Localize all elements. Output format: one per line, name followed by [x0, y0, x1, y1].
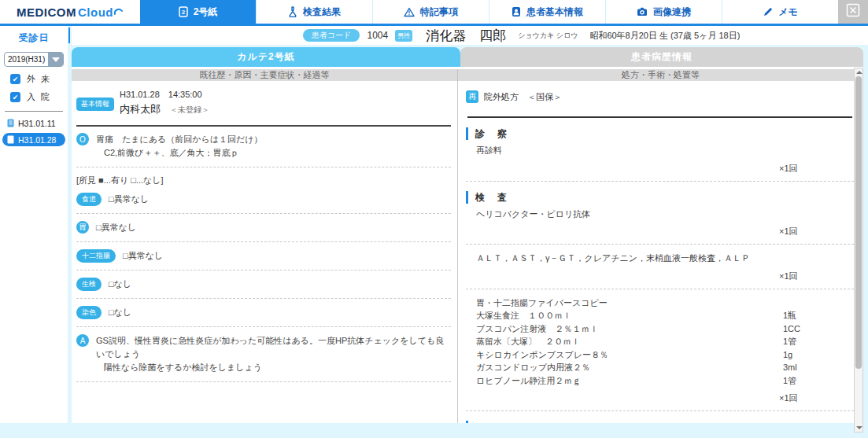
dashed-divider: [76, 381, 451, 382]
dashed-divider: [466, 181, 854, 182]
filter-inpatient[interactable]: ✔入 院: [10, 91, 68, 103]
rx-item-qty: 1管: [783, 335, 854, 348]
scrollbar-thumb[interactable]: [855, 76, 862, 369]
nav-tab-label: 2号紙: [194, 6, 218, 19]
document-2-icon: 2: [179, 6, 188, 17]
soap-badge: 染色: [76, 306, 102, 319]
soap-row: 食道□異常なし: [76, 193, 452, 206]
entry-separator: [76, 125, 451, 127]
screen: MEDICOM Cloud 22号紙検査結果特記事項患者基本情報画像連携メモ 受…: [0, 0, 868, 438]
rx-item-qty: 1管: [783, 374, 854, 388]
nav-tab-gazou[interactable]: 画像連携: [605, 0, 722, 24]
dashed-divider: [466, 410, 854, 411]
entry-header: 基本情報 H31.01.28 14:35:00 内科太郎＜未登録＞: [75, 86, 452, 122]
patient-code-badge: 患者コード: [303, 29, 360, 42]
cloud-swoosh-icon: [114, 6, 124, 19]
chart-panel: 既往歴・原因・主要症状・経過等 処方・手術・処置等 基本情報 H31.01.28…: [72, 67, 863, 423]
dashed-divider: [466, 289, 854, 289]
visit-type-filters: ✔外 来✔入 院: [0, 73, 68, 103]
patient-code: 1004: [367, 30, 388, 41]
patient-birthdate: 昭和60年8月20日 生 (37歳 5ヶ月 18日): [589, 30, 740, 42]
nav-tab-label: 画像連携: [653, 6, 691, 19]
rx-section-title: コ メ ン ト: [466, 421, 854, 423]
soap-badge: 食道: [76, 193, 102, 206]
soap-row: 胃□異常なし: [76, 221, 452, 234]
rx-item-name: 蒸留水〔大塚〕 ２０ｍｌ: [476, 335, 783, 348]
visit-date-item[interactable]: H31.01.28: [2, 133, 65, 146]
nav-tab-memo[interactable]: メモ: [722, 0, 838, 24]
rx-item-qty: [783, 252, 854, 265]
nav-tab-kensa[interactable]: 検査結果: [256, 0, 372, 24]
nav-tab-kihon[interactable]: 患者基本情報: [489, 0, 605, 24]
soap-line: □異常なし: [96, 221, 136, 234]
rx-separator: [467, 116, 852, 118]
warning-icon: [404, 7, 415, 17]
soap-line: □異常なし: [123, 249, 163, 263]
checkbox-checked-icon[interactable]: ✔: [10, 74, 20, 84]
dashed-divider: [76, 326, 451, 327]
checkbox-checked-icon[interactable]: ✔: [10, 92, 20, 102]
rx-item-qty: 1CC: [783, 322, 854, 336]
rx-item-qty: [783, 296, 854, 310]
sidebar-accent-line: [68, 28, 70, 43]
logo-cloud-text: Cloud: [78, 6, 113, 19]
close-button[interactable]: [838, 0, 868, 24]
rx-item: 胃・十二指腸ファイバースコピー: [466, 296, 854, 310]
nav-tab-tokki[interactable]: 特記事項: [372, 0, 489, 24]
findings-legend: [所見 ■...有り □...なし]: [76, 175, 452, 186]
year-select[interactable]: 2019(H31): [4, 52, 64, 67]
soap-badge: 胃: [76, 221, 89, 234]
year-select-value: 2019(H31): [5, 55, 48, 64]
rx-item: 蒸留水〔大塚〕 ２０ｍｌ1管: [466, 335, 854, 348]
prescription-column: 再 院外処方 ＜国保＞ 診 察再診料×1回検 査ヘリコバクター・ピロリ抗体×1回…: [458, 81, 863, 423]
nav-tab-nishi[interactable]: 22号紙: [140, 0, 256, 24]
visit-date-sidebar: 受診日 2019(H31) ✔外 来✔入 院 H31.01.11H31.01.2…: [0, 26, 68, 423]
soap-line: □異常なし: [109, 193, 149, 206]
visit-date-label: H31.01.11: [18, 119, 56, 128]
entry-doctor: 内科太郎: [120, 103, 161, 115]
soap-list: O胃痛 たまにある（前回からは１回だけ）C2,前微び＋＋、底／角大；胃底ｐ[所見…: [75, 133, 452, 382]
nav-tab-label: 特記事項: [420, 6, 458, 19]
tab-karte-2gou[interactable]: カルテ2号紙: [72, 47, 460, 67]
app-logo: MEDICOM Cloud: [0, 0, 140, 24]
rx-item: ブスコパン注射液 ２％１ｍｌ1CC: [466, 322, 854, 336]
visit-date-item[interactable]: H31.01.11: [2, 116, 65, 130]
sidebar-title: 受診日: [0, 26, 68, 45]
soap-badge: 生検: [76, 278, 102, 291]
rx-title: 院外処方 ＜国保＞: [484, 91, 562, 103]
filter-outpatient[interactable]: ✔外 来: [10, 73, 68, 85]
soap-line: □なし: [109, 278, 131, 291]
chart-tabs: カルテ2号紙患者病歴情報: [72, 47, 863, 67]
repeat-badge: 再: [466, 90, 478, 103]
soap-line: GS説明、慢性胃炎に急性炎症が加わった可能性はある。一度HP抗体チェックをしても…: [96, 334, 452, 361]
soap-row: 十二指腸□異常なし: [76, 249, 452, 263]
soap-text: 胃痛 たまにある（前回からは１回だけ）C2,前微び＋＋、底／角大；胃底ｐ: [96, 133, 263, 160]
soap-text: □なし: [109, 278, 131, 291]
filter-label: 外 来: [27, 73, 51, 85]
nav-tab-label: 患者基本情報: [526, 6, 583, 19]
dashed-divider: [76, 213, 451, 214]
soap-badge: A: [76, 334, 89, 347]
soap-badge: 十二指腸: [76, 249, 116, 263]
chevron-down-icon[interactable]: [48, 53, 63, 66]
dashed-divider: [76, 167, 451, 167]
rx-item-name: ブスコパン注射液 ２％１ｍｌ: [476, 322, 783, 336]
rx-item: 再診料: [466, 144, 854, 157]
nav-tab-label: 検査結果: [303, 6, 341, 19]
rx-count: ×1回: [466, 163, 854, 175]
history-column: 基本情報 H31.01.28 14:35:00 内科太郎＜未登録＞ O胃痛 たま…: [72, 81, 458, 423]
svg-text:2: 2: [181, 9, 185, 16]
vertical-scrollbar[interactable]: [854, 68, 863, 432]
patient-name: 消化器 四郎: [426, 27, 506, 45]
rx-item-qty: 1瓶: [783, 309, 854, 322]
scroll-up-arrow-icon[interactable]: [856, 71, 862, 74]
scroll-down-arrow-icon[interactable]: [856, 426, 862, 429]
rx-item-qty: [783, 208, 854, 221]
filter-label: 入 院: [27, 91, 51, 103]
camera-icon: [637, 7, 648, 17]
tab-byoreki[interactable]: 患者病歴情報: [460, 47, 863, 67]
rx-item: キシロカインポンプスプレー８％1g: [466, 348, 854, 362]
rx-item: 大塚生食注 １００ｍｌ1瓶: [466, 309, 854, 322]
person-card-icon: [512, 6, 521, 17]
soap-line: C2,前微び＋＋、底／角大；胃底ｐ: [96, 146, 263, 160]
